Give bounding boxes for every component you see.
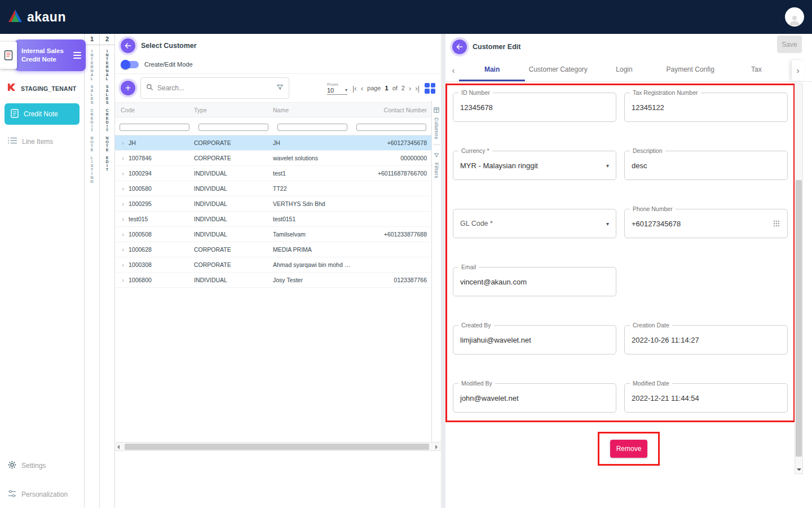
avatar[interactable] — [785, 7, 804, 27]
chevron-right-icon[interactable]: › — [118, 200, 127, 207]
filters-tab[interactable]: Filters — [434, 150, 439, 178]
applet-tab-listing[interactable]: 1 INTERNAL SALES CREDIT NOTE LISTING — [85, 34, 100, 508]
sidebar-item-line-items[interactable]: Line Items — [0, 137, 84, 146]
field-value: limjiahui@wavelet.net — [460, 336, 531, 344]
chevron-right-icon[interactable]: › — [118, 155, 127, 161]
field-label: Tax Registration Number — [630, 89, 701, 96]
scroll-left-icon[interactable] — [117, 445, 120, 449]
scrollbar-thumb[interactable] — [796, 180, 802, 457]
currency-select[interactable]: Currency * MYR - Malaysian ringgit ▾ — [453, 151, 616, 180]
filter-input-type[interactable] — [198, 124, 268, 131]
phone-number-field[interactable]: Phone Number +60127345678 — [624, 209, 788, 238]
customer-table: Code Type Name Contact Number › JH CORPO… — [115, 103, 431, 288]
add-button[interactable]: + — [121, 81, 135, 95]
filter-input-contact[interactable] — [356, 124, 426, 131]
search-box[interactable] — [140, 77, 289, 99]
id-number-field[interactable]: ID Number 12345678 — [453, 93, 616, 122]
filter-input-code[interactable] — [120, 124, 189, 131]
table-header: Code Type Name Contact Number — [115, 103, 431, 117]
last-page-button[interactable]: ›| — [415, 85, 420, 92]
chevron-right-icon[interactable]: › — [118, 277, 127, 283]
sidebar-item-label: Line Items — [22, 138, 53, 146]
app-title-banner[interactable]: Internal Sales Credit Note — [15, 40, 86, 71]
table-row[interactable]: › 1000628 CORPORATE MEDIA PRIMA — [115, 242, 431, 257]
sidebar-item-credit-note[interactable]: Credit Note — [5, 103, 80, 125]
row-code: 1000508 — [129, 231, 152, 238]
rows-per-page-select[interactable]: Rows 10 ▾ — [327, 82, 347, 95]
columns-tab-label: Columns — [434, 117, 439, 139]
table-side-tabs: Columns Filters — [431, 100, 441, 442]
table-row[interactable]: › 1000580 INDIVIDUAL TT22 — [115, 181, 431, 196]
edit-tabs: Main Customer Category Login Payment Con… — [459, 59, 789, 81]
chevron-right-icon[interactable]: › — [118, 231, 127, 238]
applet-tab-edit[interactable]: 2 INTERNAL SALES CREDIT NOTE EDIT — [100, 34, 115, 508]
credit-note-icon — [11, 109, 19, 120]
tenant-name: STAGING_TENANT — [21, 85, 76, 92]
table-row[interactable]: › 1000508 INDIVIDUAL Tamilselvam +601233… — [115, 227, 431, 242]
filter-icon[interactable] — [276, 83, 284, 93]
app-title: Internal Sales Credit Note — [21, 47, 73, 64]
chevron-right-icon[interactable]: › — [118, 185, 127, 192]
row-name: Ahmad syarqawi bin mohd has... — [273, 261, 352, 268]
sidebar-item-settings[interactable]: Settings — [0, 461, 84, 471]
modified-date-field[interactable]: Modified Date 2022-12-21 11:44:54 — [624, 383, 788, 413]
filter-input-name[interactable] — [277, 124, 347, 131]
back-button[interactable] — [121, 38, 135, 53]
scroll-right-icon[interactable] — [435, 445, 438, 449]
chevron-right-icon[interactable]: › — [118, 139, 127, 146]
tabs-scroll-right-icon[interactable]: › — [792, 60, 804, 81]
page-total: 2 — [401, 85, 405, 91]
scroll-down-icon[interactable] — [797, 468, 801, 471]
mode-row: Create/Edit Mode — [115, 58, 441, 71]
edit-tab[interactable]: Customer Category — [525, 59, 591, 81]
field-label: Creation Date — [630, 322, 672, 329]
creation-date-field[interactable]: Creation Date 2022-10-26 11:14:27 — [624, 325, 788, 354]
menu-icon[interactable] — [73, 52, 81, 59]
modified-by-field[interactable]: Modified By john@wavelet.net — [453, 383, 616, 413]
row-contact: 00000000 — [352, 155, 431, 161]
table-row[interactable]: › 1000294 INDIVIDUAL test1 +601168787667… — [115, 166, 431, 181]
next-page-button[interactable]: › — [409, 85, 411, 92]
customer-table-body: › JH CORPORATE JH +60127345678 › 1007846… — [115, 135, 431, 288]
table-row[interactable]: › 1007846 CORPORATE wavelet solutions 00… — [115, 151, 431, 166]
scrollbar-thumb[interactable] — [125, 444, 429, 450]
row-contact: +60116878766700 — [352, 170, 431, 177]
sidebar-item-personalization[interactable]: Personalization — [0, 490, 84, 499]
email-field[interactable]: Email vincent@akaun.com — [453, 267, 616, 296]
edit-tab[interactable]: Login — [591, 59, 657, 81]
edit-tab[interactable]: Main — [459, 59, 525, 81]
back-arrow-icon — [124, 42, 132, 50]
chevron-right-icon[interactable]: › — [118, 216, 127, 222]
table-row[interactable]: › 1006800 INDIVIDUAL Josy Tester 0123387… — [115, 273, 431, 288]
tax-registration-field[interactable]: Tax Registration Number 12345122 — [624, 93, 788, 122]
table-row[interactable]: › JH CORPORATE JH +60127345678 — [115, 135, 431, 151]
personalization-icon — [8, 490, 16, 499]
search-input[interactable] — [157, 84, 272, 92]
back-button[interactable] — [452, 40, 467, 54]
edit-tabs-bar: ‹ Main Customer Category Login Payment C… — [445, 59, 812, 82]
created-by-field[interactable]: Created By limjiahui@wavelet.net — [453, 325, 616, 354]
tenant-selector[interactable]: STAGING_TENANT — [0, 82, 84, 94]
row-type: INDIVIDUAL — [194, 170, 273, 177]
grid-view-icon[interactable] — [425, 83, 435, 94]
table-row[interactable]: › test015 INDIVIDUAL test0151 — [115, 212, 431, 227]
table-row[interactable]: › 1000308 CORPORATE Ahmad syarqawi bin m… — [115, 257, 431, 273]
save-button[interactable]: Save — [777, 36, 802, 53]
columns-icon — [434, 105, 439, 115]
description-field[interactable]: Description desc — [624, 151, 788, 180]
table-row[interactable]: › 1000295 INDIVIDUAL VERTHYS Sdn Bhd — [115, 196, 431, 212]
gl-code-select[interactable]: GL Code * ▾ — [453, 209, 616, 238]
plus-icon: + — [125, 82, 131, 94]
columns-tab[interactable]: Columns — [434, 105, 439, 139]
create-edit-toggle[interactable] — [122, 61, 139, 68]
chevron-right-icon[interactable]: › — [118, 170, 127, 177]
remove-button[interactable]: Remove — [610, 440, 647, 458]
edit-tab[interactable]: Payment Config — [657, 59, 723, 81]
edit-tab[interactable]: Tax — [723, 59, 789, 81]
prev-page-button[interactable]: ‹ — [361, 85, 363, 92]
chevron-right-icon[interactable]: › — [118, 246, 127, 253]
first-page-button[interactable]: |‹ — [352, 85, 357, 92]
chevron-right-icon[interactable]: › — [118, 261, 127, 268]
tabs-scroll-left-icon[interactable]: ‹ — [448, 59, 459, 81]
applet-tab-label: INTERNAL SALES CREDIT NOTE EDIT — [105, 49, 109, 172]
